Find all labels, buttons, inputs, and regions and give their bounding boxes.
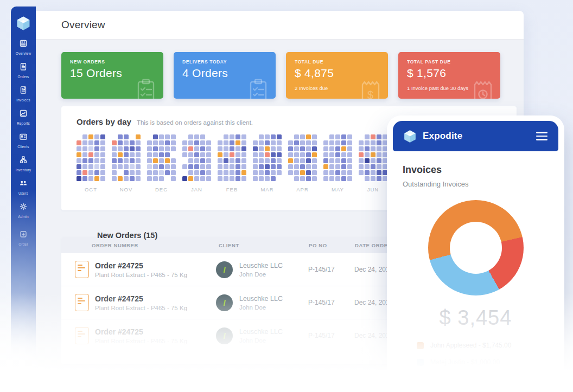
- heatmap-cell[interactable]: [335, 152, 340, 157]
- heatmap-cell[interactable]: [206, 158, 211, 163]
- heatmap-cell[interactable]: [312, 152, 317, 157]
- heatmap-cell[interactable]: [118, 158, 123, 163]
- heatmap-cell[interactable]: [171, 176, 176, 181]
- heatmap-cell[interactable]: [153, 134, 158, 139]
- heatmap-cell[interactable]: [306, 176, 311, 181]
- heatmap-cell[interactable]: [218, 164, 222, 169]
- heatmap-cell[interactable]: [165, 140, 170, 145]
- heatmap-cell[interactable]: [82, 176, 87, 181]
- heatmap-cell[interactable]: [294, 170, 299, 175]
- heatmap-cell[interactable]: [271, 158, 276, 163]
- heatmap-cell[interactable]: [259, 140, 264, 145]
- heatmap-cell[interactable]: [365, 140, 370, 145]
- heatmap-cell[interactable]: [235, 158, 240, 163]
- heatmap-cell[interactable]: [200, 170, 205, 175]
- heatmap-cell[interactable]: [224, 170, 228, 175]
- heatmap-cell[interactable]: [235, 134, 240, 139]
- heatmap-cell[interactable]: [288, 152, 293, 157]
- menu-icon[interactable]: [536, 132, 547, 140]
- heatmap-cell[interactable]: [136, 152, 141, 157]
- heatmap-cell[interactable]: [235, 170, 240, 175]
- heatmap-cell[interactable]: [323, 152, 328, 157]
- heatmap-cell[interactable]: [82, 146, 87, 151]
- heatmap-cell[interactable]: [371, 158, 375, 163]
- heatmap-cell[interactable]: [77, 146, 81, 151]
- sidebar-item-clients[interactable]: Clients: [11, 132, 36, 149]
- heatmap-cell[interactable]: [306, 146, 311, 151]
- heatmap-cell[interactable]: [224, 146, 228, 151]
- heatmap-cell[interactable]: [112, 140, 117, 145]
- heatmap-cell[interactable]: [171, 158, 176, 163]
- heatmap-cell[interactable]: [371, 170, 375, 175]
- heatmap-cell[interactable]: [329, 164, 334, 169]
- heatmap-cell[interactable]: [306, 170, 311, 175]
- heatmap-cell[interactable]: [159, 158, 164, 163]
- heatmap-cell[interactable]: [377, 152, 381, 157]
- heatmap-cell[interactable]: [82, 170, 87, 175]
- heatmap-cell[interactable]: [259, 134, 264, 139]
- heatmap-cell[interactable]: [182, 164, 187, 169]
- stat-card-delivers-today[interactable]: DELIVERS TODAY 4 Orders: [174, 52, 276, 99]
- heatmap-cell[interactable]: [271, 146, 276, 151]
- heatmap-cell[interactable]: [147, 140, 152, 145]
- heatmap-cell[interactable]: [277, 146, 282, 151]
- heatmap-cell[interactable]: [341, 134, 346, 139]
- heatmap-cell[interactable]: [147, 134, 152, 139]
- heatmap-cell[interactable]: [77, 140, 81, 145]
- heatmap-cell[interactable]: [218, 170, 222, 175]
- heatmap-cell[interactable]: [277, 158, 282, 163]
- heatmap-cell[interactable]: [171, 146, 176, 151]
- heatmap-cell[interactable]: [294, 140, 299, 145]
- heatmap-cell[interactable]: [112, 134, 117, 139]
- heatmap-cell[interactable]: [82, 134, 87, 139]
- heatmap-cell[interactable]: [200, 140, 205, 145]
- heatmap-cell[interactable]: [253, 140, 258, 145]
- heatmap-cell[interactable]: [359, 164, 364, 169]
- heatmap-cell[interactable]: [259, 164, 264, 169]
- heatmap-cell[interactable]: [265, 140, 270, 145]
- heatmap-cell[interactable]: [312, 146, 317, 151]
- heatmap-cell[interactable]: [365, 170, 370, 175]
- heatmap-cell[interactable]: [200, 158, 205, 163]
- heatmap-cell[interactable]: [218, 158, 222, 163]
- heatmap-cell[interactable]: [130, 176, 135, 181]
- heatmap-cell[interactable]: [312, 170, 317, 175]
- heatmap-cell[interactable]: [300, 152, 305, 157]
- expodite-logo-icon[interactable]: [15, 15, 31, 31]
- heatmap-cell[interactable]: [365, 158, 370, 163]
- heatmap-cell[interactable]: [194, 158, 199, 163]
- heatmap-cell[interactable]: [112, 170, 117, 175]
- heatmap-cell[interactable]: [224, 152, 228, 157]
- heatmap-cell[interactable]: [153, 164, 158, 169]
- heatmap-cell[interactable]: [130, 170, 135, 175]
- heatmap-cell[interactable]: [377, 164, 381, 169]
- heatmap-cell[interactable]: [88, 176, 93, 181]
- heatmap-cell[interactable]: [165, 164, 170, 169]
- heatmap-cell[interactable]: [265, 170, 270, 175]
- heatmap-cell[interactable]: [300, 170, 305, 175]
- heatmap-cell[interactable]: [112, 152, 117, 157]
- heatmap-cell[interactable]: [88, 140, 93, 145]
- heatmap-cell[interactable]: [77, 176, 81, 181]
- heatmap-cell[interactable]: [365, 164, 370, 169]
- heatmap-cell[interactable]: [188, 176, 193, 181]
- heatmap-cell[interactable]: [306, 134, 311, 139]
- heatmap-cell[interactable]: [224, 134, 228, 139]
- heatmap-cell[interactable]: [77, 170, 81, 175]
- heatmap-cell[interactable]: [371, 164, 375, 169]
- heatmap-cell[interactable]: [130, 158, 135, 163]
- heatmap-cell[interactable]: [371, 152, 375, 157]
- heatmap-cell[interactable]: [124, 170, 129, 175]
- heatmap-cell[interactable]: [159, 152, 164, 157]
- heatmap-cell[interactable]: [300, 158, 305, 163]
- heatmap-cell[interactable]: [329, 146, 334, 151]
- heatmap-cell[interactable]: [365, 146, 370, 151]
- heatmap-cell[interactable]: [253, 176, 258, 181]
- heatmap-cell[interactable]: [147, 164, 152, 169]
- heatmap-cell[interactable]: [118, 152, 123, 157]
- heatmap-cell[interactable]: [300, 140, 305, 145]
- heatmap-cell[interactable]: [259, 170, 264, 175]
- heatmap-cell[interactable]: [312, 134, 317, 139]
- heatmap-cell[interactable]: [230, 158, 234, 163]
- heatmap-cell[interactable]: [294, 164, 299, 169]
